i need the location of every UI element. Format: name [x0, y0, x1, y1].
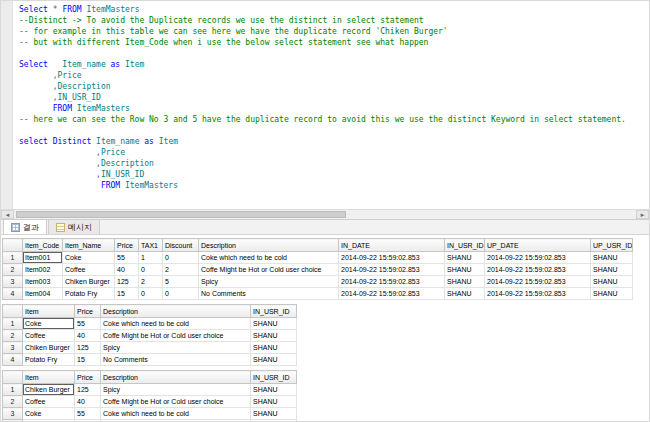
grid-cell[interactable]: 0	[139, 288, 163, 300]
grid-cell[interactable]: 2014-09-22 15:59:02.853	[485, 288, 591, 300]
grid-cell[interactable]: 125	[75, 342, 101, 354]
scrollbar-track[interactable]	[14, 210, 636, 219]
grid-cell[interactable]: 2	[139, 276, 163, 288]
grid-cell[interactable]: Spicy	[101, 384, 251, 396]
grid-cell[interactable]: 125	[75, 384, 101, 396]
grid-cell[interactable]: 2014-09-22 15:59:02.853	[485, 264, 591, 276]
grid-cell[interactable]: Potato Fry	[23, 354, 75, 366]
grid-cell[interactable]: SHANU	[591, 276, 633, 288]
column-header-price[interactable]: Price	[115, 239, 139, 252]
grid-cell[interactable]: No Comments	[199, 288, 339, 300]
grid-cell[interactable]: 15	[75, 354, 101, 366]
grid-cell[interactable]: SHANU	[591, 264, 633, 276]
row-number[interactable]: 2	[3, 396, 23, 408]
grid-cell[interactable]: 2014-09-22 15:59:02.853	[485, 276, 591, 288]
grid-cell[interactable]: SHANU	[251, 318, 297, 330]
grid-cell[interactable]: Coffe Might be Hot or Cold user choice	[101, 396, 251, 408]
grid-cell[interactable]: SHANU	[445, 288, 485, 300]
row-number[interactable]: 4	[3, 288, 23, 300]
grid-cell[interactable]: 40	[75, 396, 101, 408]
column-header-in_usr_id[interactable]: IN_USR_ID	[251, 371, 297, 384]
tab-messages[interactable]: 메시지	[48, 219, 100, 234]
grid-corner-cell[interactable]	[3, 305, 23, 318]
column-header-price[interactable]: Price	[75, 305, 101, 318]
grid-cell[interactable]: 2014-09-22 15:59:02.853	[339, 264, 445, 276]
grid-cell[interactable]: SHANU	[251, 408, 297, 420]
column-header-item_name[interactable]: Item_Name	[63, 239, 115, 252]
column-header-item[interactable]: Item	[23, 305, 75, 318]
grid-cell[interactable]: SHANU	[445, 276, 485, 288]
column-header-in_date[interactable]: IN_DATE	[339, 239, 445, 252]
grid-cell[interactable]: 1	[139, 252, 163, 264]
row-number[interactable]: 2	[3, 264, 23, 276]
grid-cell[interactable]: Item003	[23, 276, 63, 288]
column-header-item[interactable]: Item	[23, 371, 75, 384]
column-header-in_usr_id[interactable]: IN_USR_ID	[251, 305, 297, 318]
grid-cell[interactable]: Item001	[23, 252, 63, 264]
grid-cell[interactable]: SHANU	[445, 252, 485, 264]
column-header-item_code[interactable]: Item_Code	[23, 239, 63, 252]
grid-cell[interactable]: SHANU	[251, 384, 297, 396]
grid-cell[interactable]: 2014-09-22 15:59:02.853	[339, 252, 445, 264]
column-header-discount[interactable]: Discount	[163, 239, 199, 252]
grid-cell[interactable]: SHANU	[445, 264, 485, 276]
sql-editor[interactable]: Select * FROM ItemMasters--Distinct -> T…	[1, 1, 649, 209]
scroll-left-icon[interactable]: ◄	[1, 210, 14, 219]
grid-cell[interactable]: Spicy	[101, 342, 251, 354]
row-number[interactable]: 2	[3, 330, 23, 342]
sql-code-area[interactable]: Select * FROM ItemMasters--Distinct -> T…	[13, 1, 626, 209]
grid-corner-cell[interactable]	[3, 371, 23, 384]
row-number[interactable]: 3	[3, 276, 23, 288]
grid-cell[interactable]: Coke which need to be cold	[101, 408, 251, 420]
row-number[interactable]: 1	[3, 252, 23, 264]
column-header-description[interactable]: Description	[101, 371, 251, 384]
grid-cell[interactable]: Coffe Might be Hot or Cold user choice	[101, 330, 251, 342]
grid-cell[interactable]: Coffee	[63, 264, 115, 276]
grid-cell[interactable]: SHANU	[591, 288, 633, 300]
grid-cell[interactable]: SHANU	[251, 396, 297, 408]
grid-cell[interactable]: Coke	[23, 408, 75, 420]
grid-cell[interactable]: 0	[163, 252, 199, 264]
column-header-in_usr_id[interactable]: IN_USR_ID	[445, 239, 485, 252]
row-number[interactable]: 1	[3, 384, 23, 396]
grid-cell[interactable]: 40	[115, 264, 139, 276]
grid-cell[interactable]: Chiken Burger	[23, 342, 75, 354]
grid-cell[interactable]: SHANU	[251, 330, 297, 342]
row-number[interactable]: 1	[3, 318, 23, 330]
grid-cell[interactable]: SHANU	[251, 342, 297, 354]
grid-corner-cell[interactable]	[3, 239, 23, 252]
column-header-price[interactable]: Price	[75, 371, 101, 384]
column-header-description[interactable]: Description	[101, 305, 251, 318]
grid-cell[interactable]: 55	[75, 408, 101, 420]
grid-cell[interactable]: Coke which need to be cold	[101, 318, 251, 330]
column-header-up_usr_id[interactable]: UP_USR_ID	[591, 239, 633, 252]
grid-cell[interactable]: Coffee	[23, 330, 75, 342]
grid-cell[interactable]: SHANU	[591, 252, 633, 264]
grid-cell[interactable]: 55	[75, 318, 101, 330]
grid-cell[interactable]: Coffe Might be Hot or Cold user choice	[199, 264, 339, 276]
column-header-tax1[interactable]: TAX1	[139, 239, 163, 252]
row-number[interactable]: 4	[3, 354, 23, 366]
column-header-up_date[interactable]: UP_DATE	[485, 239, 591, 252]
grid-cell[interactable]: Spicy	[199, 276, 339, 288]
grid-cell[interactable]: Coffee	[23, 396, 75, 408]
row-number[interactable]: 3	[3, 342, 23, 354]
grid-cell[interactable]: 2014-09-22 15:59:02.853	[485, 252, 591, 264]
tab-results[interactable]: 결과	[3, 219, 47, 234]
grid-cell[interactable]: 2014-09-22 15:59:02.853	[339, 276, 445, 288]
grid-cell[interactable]: 0	[139, 264, 163, 276]
grid-cell[interactable]: 15	[115, 288, 139, 300]
grid-cell[interactable]: Potato Fry	[63, 288, 115, 300]
grid-cell[interactable]: Item002	[23, 264, 63, 276]
grid-cell[interactable]: 2014-09-22 15:59:02.853	[339, 288, 445, 300]
grid-cell[interactable]: Coke	[63, 252, 115, 264]
grid-cell[interactable]: Coke	[23, 318, 75, 330]
row-number[interactable]: 3	[3, 408, 23, 420]
grid-cell[interactable]: SHANU	[251, 354, 297, 366]
grid-cell[interactable]: 40	[75, 330, 101, 342]
grid-cell[interactable]: Item004	[23, 288, 63, 300]
column-header-description[interactable]: Description	[199, 239, 339, 252]
editor-horizontal-scrollbar[interactable]: ◄ ►	[1, 209, 649, 219]
grid-cell[interactable]: 2	[163, 264, 199, 276]
grid-cell[interactable]: 125	[115, 276, 139, 288]
